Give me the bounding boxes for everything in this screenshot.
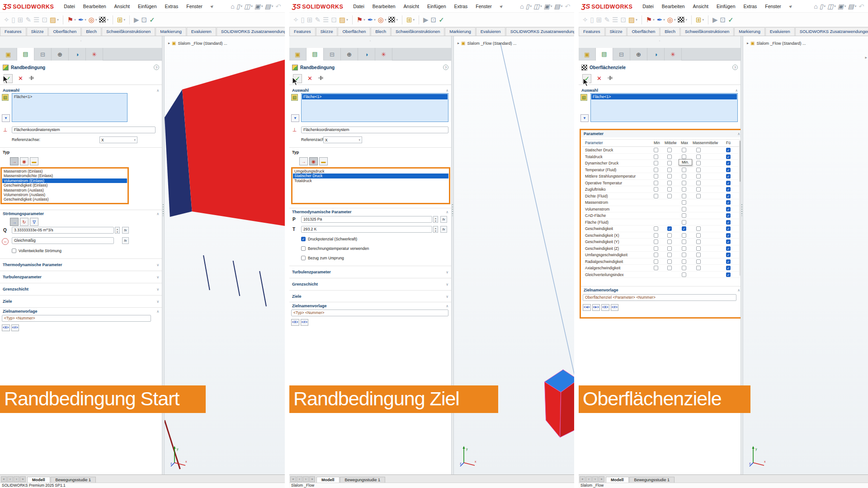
feature-tree-icon[interactable]: ☰ xyxy=(612,16,618,23)
mesh-icon[interactable]: ⊞▾ xyxy=(117,16,125,23)
pin-button[interactable] xyxy=(607,75,613,81)
open-folder-icon[interactable]: ▨▾ xyxy=(628,16,637,23)
option-checkbox[interactable]: Bezug zum Ursprung xyxy=(301,256,344,260)
menu-item-bearbeiten[interactable]: Bearbeiten xyxy=(369,3,399,10)
use-for-convergence-checkbox[interactable]: ✓ xyxy=(726,272,731,277)
prev-tab-icon[interactable]: ‹ xyxy=(586,476,592,482)
flow-openings-button[interactable]: → xyxy=(10,157,19,165)
pin-menu-icon[interactable]: ► xyxy=(787,3,794,9)
use-for-convergence-checkbox[interactable]: ✓ xyxy=(726,246,731,251)
document-tab[interactable]: Modell xyxy=(27,477,50,483)
configurationmanager-tab[interactable]: ⊟ xyxy=(324,48,341,61)
document-tab[interactable]: Bewegungsstudie 1 xyxy=(629,477,675,483)
use-for-convergence-checkbox[interactable]: ✓ xyxy=(726,155,731,159)
template-token-button[interactable]: <◄> xyxy=(583,304,591,311)
mesh-icon[interactable]: ⊞▾ xyxy=(696,16,704,23)
vector-button[interactable]: ∇ xyxy=(30,218,38,226)
edit-sketch-icon[interactable]: ✎ xyxy=(25,16,31,23)
goal-checkbox[interactable] xyxy=(654,259,658,264)
goal-checkbox[interactable] xyxy=(682,272,686,277)
goal-checkbox[interactable] xyxy=(682,207,686,211)
profile-select[interactable]: Gleichmäßig xyxy=(12,237,114,244)
last-tab-icon[interactable]: » xyxy=(20,476,26,482)
menu-item-extras[interactable]: Extras xyxy=(450,3,471,10)
goal-checkbox[interactable] xyxy=(654,246,658,251)
duplicate-icon[interactable]: ⊡ xyxy=(620,16,626,23)
menu-item-bearbeiten[interactable]: Bearbeiten xyxy=(658,3,689,10)
spinner[interactable]: ▴▾ xyxy=(115,227,120,234)
new-document-icon[interactable]: ▯▾ xyxy=(526,3,532,9)
commandmanager-tab[interactable]: Markierung xyxy=(156,27,186,36)
goal-checkbox[interactable] xyxy=(654,194,658,198)
pressure-input[interactable]: 101325 Pa xyxy=(301,216,432,223)
play-icon[interactable]: ▶ xyxy=(712,16,718,23)
type-option[interactable]: Statischer Druck xyxy=(293,174,448,178)
menu-item-fenster[interactable]: Fenster xyxy=(761,3,785,10)
section-stroemungsparameter[interactable]: Strömungsparameter∧ xyxy=(0,210,162,217)
goal-checkbox[interactable] xyxy=(696,161,701,165)
commandmanager-tab[interactable]: Skizze xyxy=(316,27,338,36)
pm-collapse-handle[interactable]: ◦ xyxy=(289,36,451,48)
goal-checkbox[interactable] xyxy=(667,239,672,244)
results-icon[interactable]: ✓ xyxy=(149,16,155,23)
option-checkbox[interactable]: ✓Druckpotenzial (Schwerkraft) xyxy=(301,237,357,241)
commandmanager-tab[interactable]: Evaluieren xyxy=(476,27,505,36)
clone-study-icon[interactable]: ⊡ xyxy=(142,16,147,23)
goal-checkbox[interactable] xyxy=(682,259,686,264)
slalom-pole[interactable] xyxy=(203,255,210,290)
selected-face-item[interactable]: Fläche<1> xyxy=(591,94,737,99)
type-option[interactable]: Geschwindigkeit (Einlass) xyxy=(2,183,127,188)
normal-to-face-button[interactable]: → xyxy=(10,218,19,226)
use-for-convergence-checkbox[interactable]: ✓ xyxy=(726,220,731,225)
tab-scroll-buttons[interactable]: «‹›» xyxy=(579,476,606,483)
open-folder-icon[interactable]: ▨▾ xyxy=(50,16,59,23)
menu-item-ansicht[interactable]: Ansicht xyxy=(400,3,423,10)
flow-wizard-icon[interactable]: ⚑▾ xyxy=(67,16,76,23)
play-icon[interactable]: ▶ xyxy=(423,16,429,23)
expand-arrow-icon[interactable]: ▸ xyxy=(168,41,170,45)
pm-collapse-handle[interactable]: ◦ xyxy=(579,36,741,48)
use-for-convergence-checkbox[interactable]: ✓ xyxy=(726,207,731,211)
goal-checkbox[interactable] xyxy=(696,239,701,244)
type-option[interactable]: Volumenstrom (Einlass) xyxy=(2,178,127,183)
new-document-icon[interactable]: ▯▾ xyxy=(820,3,826,9)
undo-icon[interactable]: ↶ xyxy=(858,3,863,9)
home-icon[interactable]: ⌂ xyxy=(814,3,817,9)
goal-checkbox[interactable] xyxy=(654,155,658,159)
goal-checkbox[interactable] xyxy=(682,246,686,251)
goal-checkbox[interactable] xyxy=(667,148,672,152)
pressure-openings-button[interactable]: ◉ xyxy=(20,157,28,165)
goal-checkbox[interactable] xyxy=(696,181,701,185)
flow-goals-icon[interactable]: ◎▾ xyxy=(89,16,97,23)
goal-checkbox[interactable] xyxy=(667,155,672,159)
use-for-convergence-checkbox[interactable]: ✓ xyxy=(726,239,731,244)
new-doc-icon[interactable]: ▯ xyxy=(301,16,305,23)
featuremanager-tab[interactable]: ▣ xyxy=(579,48,596,61)
boundary-conditions-icon[interactable]: ✒▾ xyxy=(368,16,376,23)
goal-checkbox[interactable] xyxy=(667,194,672,198)
home-icon[interactable]: ⌂ xyxy=(520,3,524,9)
use-for-convergence-checkbox[interactable]: ✓ xyxy=(726,174,731,178)
dimxpertmanager-tab[interactable]: ⊕ xyxy=(630,48,647,61)
open-icon[interactable]: ◫▾ xyxy=(533,3,542,9)
goal-checkbox[interactable] xyxy=(682,200,686,205)
selection-filter-button[interactable]: ▼ xyxy=(291,114,299,122)
goal-checkbox[interactable] xyxy=(696,259,701,264)
goal-checkbox[interactable] xyxy=(654,266,658,270)
goal-checkbox[interactable] xyxy=(696,187,701,192)
help-icon[interactable]: ? xyxy=(443,65,448,70)
option-checkbox[interactable]: Berechnungstemperatur verwenden xyxy=(301,246,369,251)
type-option[interactable]: Geschwindigkeit (Auslass) xyxy=(2,197,127,202)
flow-simulation-analysis-tab[interactable]: ✳ xyxy=(86,48,103,61)
pm-section-header[interactable]: Grenzschicht∨ xyxy=(0,286,162,293)
goal-name-template-field[interactable]: Oberflächenziel <Parameter> <Nummer> xyxy=(583,294,736,301)
temperature-input[interactable]: 293.2 K xyxy=(301,226,432,233)
template-token-button[interactable]: <#> xyxy=(301,319,309,326)
mesh-icon[interactable]: ⊞▾ xyxy=(406,16,415,23)
new-doc-icon[interactable]: ▯ xyxy=(590,16,594,23)
commandmanager-tab[interactable]: Oberflächen xyxy=(48,27,81,36)
propertymanager-tab[interactable]: ▤ xyxy=(596,48,613,61)
commandmanager-tab[interactable]: Features xyxy=(289,27,316,36)
displaymanager-tab[interactable]: ◑ xyxy=(358,48,375,61)
goal-checkbox[interactable] xyxy=(667,233,672,238)
